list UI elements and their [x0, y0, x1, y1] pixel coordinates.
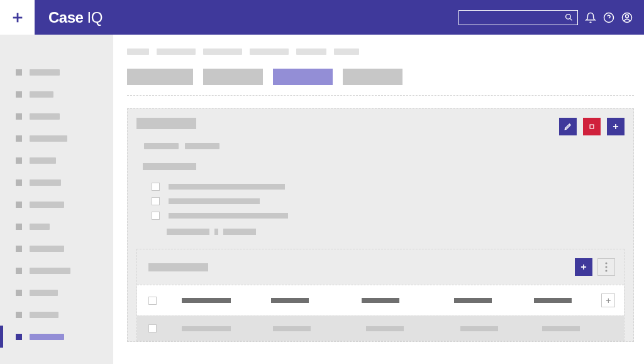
sidebar-item-icon [16, 268, 22, 274]
sidebar-item-label [30, 334, 64, 340]
help-icon[interactable] [603, 12, 614, 23]
svg-point-7 [626, 14, 629, 18]
sidebar-item-label [30, 202, 64, 208]
sidebar-item-icon [16, 224, 22, 230]
column-header[interactable] [362, 298, 399, 303]
cell [542, 326, 580, 331]
sidebar-item[interactable] [0, 61, 113, 83]
checklist-item [136, 183, 625, 191]
cell [273, 326, 311, 331]
table-row[interactable] [137, 316, 624, 341]
svg-rect-8 [590, 125, 594, 128]
breadcrumb-item[interactable] [203, 48, 242, 55]
row-checkbox[interactable] [148, 324, 157, 333]
checklist-item [136, 197, 625, 205]
edit-button[interactable] [559, 118, 577, 135]
checklist-item [136, 212, 625, 220]
sidebar-item[interactable] [0, 193, 113, 215]
column-header[interactable] [534, 298, 572, 303]
column-header[interactable] [454, 298, 492, 303]
search-input[interactable] [458, 10, 578, 25]
add-column-button[interactable]: + [601, 293, 615, 307]
sidebar-item-label [30, 224, 50, 230]
column-header[interactable] [182, 298, 231, 303]
divider [127, 95, 634, 96]
sidebar-item-label [30, 246, 64, 252]
sub-panel: + [136, 249, 625, 341]
sidebar-item-icon [16, 334, 22, 340]
sidebar-item[interactable] [0, 83, 113, 105]
separator [214, 229, 218, 235]
add-button[interactable] [607, 118, 625, 135]
tab[interactable] [203, 69, 263, 85]
sidebar-item-icon [16, 246, 22, 252]
cell [460, 326, 498, 331]
checkbox[interactable] [152, 212, 160, 220]
sidebar-item-label [30, 157, 56, 164]
main-content: + [113, 35, 644, 364]
sidebar-item[interactable] [0, 149, 113, 171]
search-icon [565, 13, 573, 21]
svg-line-3 [570, 18, 572, 20]
tab[interactable] [273, 69, 333, 85]
new-button[interactable] [0, 0, 35, 35]
breadcrumb [127, 48, 634, 55]
sidebar-item[interactable] [0, 215, 113, 237]
table-header: + [137, 285, 624, 316]
meta-text [185, 143, 219, 149]
sidebar-item-icon [16, 312, 22, 318]
sidebar-item-icon [16, 91, 22, 98]
header-actions [458, 10, 633, 25]
delete-button[interactable] [583, 118, 601, 135]
sidebar-item-icon [16, 179, 22, 186]
cell [366, 326, 404, 331]
sidebar-item-icon [16, 290, 22, 296]
checkbox[interactable] [152, 183, 160, 191]
sidebar-item[interactable] [0, 127, 113, 149]
checklist-label [169, 198, 260, 204]
checklist-label [169, 213, 288, 219]
sidebar-item[interactable] [0, 105, 113, 127]
user-icon[interactable] [621, 12, 633, 23]
svg-point-13 [605, 262, 607, 264]
sidebar-item-label [30, 268, 70, 274]
breadcrumb-item[interactable] [127, 48, 149, 55]
detail-panel: + [127, 108, 634, 342]
sidebar-item[interactable] [0, 237, 113, 259]
subpanel-add-button[interactable] [575, 258, 592, 276]
sidebar-item[interactable] [0, 282, 113, 304]
sidebar-item-icon [16, 157, 22, 164]
sidebar-item-label [30, 290, 58, 296]
breadcrumb-item[interactable] [334, 48, 359, 55]
cell [182, 326, 231, 331]
sidebar-item-icon [16, 113, 22, 120]
tab[interactable] [127, 69, 193, 85]
sidebar-item[interactable] [0, 171, 113, 193]
breadcrumb-item[interactable] [250, 48, 289, 55]
logo-light: IQ [83, 9, 103, 26]
tab[interactable] [343, 69, 402, 85]
breadcrumb-item[interactable] [296, 48, 326, 55]
checklist-label [169, 184, 285, 190]
section-subhead [143, 163, 196, 170]
notifications-icon[interactable] [585, 12, 596, 23]
footer-text [223, 229, 256, 235]
sidebar-item[interactable] [0, 259, 113, 282]
subpanel-more-button[interactable] [597, 258, 615, 276]
logo-bold: Case [48, 9, 83, 26]
select-all-checkbox[interactable] [148, 297, 157, 305]
sidebar-item[interactable] [0, 326, 113, 348]
column-header[interactable] [271, 298, 309, 303]
sidebar-item-label [30, 69, 60, 76]
svg-point-15 [605, 270, 607, 271]
app-header: Case IQ [0, 0, 644, 35]
tabs [127, 69, 634, 85]
sidebar-item[interactable] [0, 304, 113, 326]
checkbox[interactable] [152, 197, 160, 205]
sidebar-item-icon [16, 69, 22, 76]
subpanel-title [148, 263, 208, 271]
breadcrumb-item[interactable] [157, 48, 196, 55]
sidebar-item-label [30, 179, 61, 186]
sidebar-item-label [30, 113, 60, 120]
sidebar-item-label [30, 135, 67, 142]
